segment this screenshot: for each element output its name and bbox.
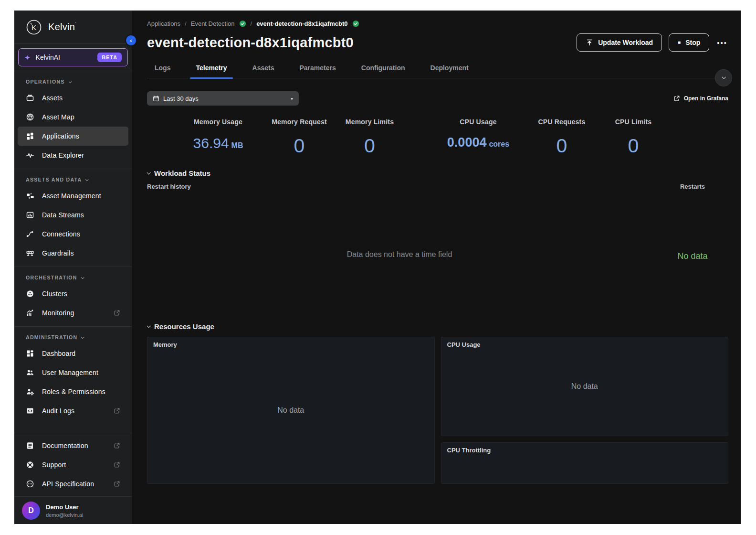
tab-deployment[interactable]: Deployment xyxy=(430,59,470,78)
brand-header[interactable]: K Kelvin˙ xyxy=(14,11,132,44)
sidebar-item-guardrails[interactable]: Guardrails xyxy=(18,244,128,263)
sidebar-footer: Documentation Support xyxy=(14,433,132,496)
restart-history-panel: Restart history Data does not have a tim… xyxy=(147,183,652,311)
sidebar-item-api-specification[interactable]: API Specification xyxy=(18,474,128,493)
sidebar-item-label: Guardrails xyxy=(42,249,74,257)
brand-name: Kelvin˙ xyxy=(48,21,77,32)
external-link-icon xyxy=(114,407,120,414)
breadcrumb-separator: / xyxy=(251,20,252,27)
user-name: Demo User xyxy=(46,503,83,511)
sidebar-item-dashboard[interactable]: Dashboard xyxy=(18,344,128,363)
stat-unit: MB xyxy=(231,141,243,150)
brand-trademark: ˙ xyxy=(75,21,77,28)
sidebar-item-clusters[interactable]: Clusters xyxy=(18,284,128,303)
sidebar-item-applications[interactable]: Applications xyxy=(18,127,128,146)
external-link-icon xyxy=(114,481,120,487)
section-header-administration[interactable]: ADMINISTRATION xyxy=(14,327,132,344)
time-range-select[interactable]: Last 30 days ▾ xyxy=(147,91,299,106)
sidebar-item-roles-permissions[interactable]: Roles & Permissions xyxy=(18,382,128,401)
stat-memory-request: Memory Request 0 xyxy=(263,118,335,156)
sidebar-item-label: Documentation xyxy=(42,442,88,449)
stat-memory-usage: Memory Usage 36.94MB xyxy=(173,118,263,150)
external-link-icon xyxy=(673,95,680,102)
section-header-operations[interactable]: OPERATIONS xyxy=(14,71,132,88)
document-icon xyxy=(26,441,34,450)
sidebar-item-label: Audit Logs xyxy=(42,407,74,415)
section-label: ADMINISTRATION xyxy=(26,334,77,340)
check-badge-icon xyxy=(352,20,359,27)
sidebar-item-kelvin-ai[interactable]: ✦ KelvinAI BETA xyxy=(18,48,128,66)
sidebar-item-label: API Specification xyxy=(42,480,94,488)
resources-usage-heading[interactable]: Resources Usage xyxy=(147,322,728,331)
stat-cpu-limits: CPU Limits 0 xyxy=(600,118,667,156)
audit-logs-icon xyxy=(26,407,34,415)
breadcrumb-applications[interactable]: Applications xyxy=(147,20,180,27)
sidebar-item-user-management[interactable]: User Management xyxy=(18,363,128,382)
stat-value: 36.94MB xyxy=(173,136,263,150)
more-icon: ••• xyxy=(717,39,727,47)
user-email: demo@kelvin.ai xyxy=(46,512,83,518)
tab-parameters[interactable]: Parameters xyxy=(298,59,336,78)
api-icon xyxy=(26,480,34,488)
resources-usage-section: Resources Usage Memory No data CPU Usage… xyxy=(147,322,728,484)
chevron-down-icon xyxy=(722,75,725,79)
section-label: ASSETS AND DATA xyxy=(26,177,82,182)
cpu-usage-panel: CPU Usage No data xyxy=(441,337,729,436)
sidebar-section-operations: OPERATIONS Assets Asset Map xyxy=(14,71,132,169)
sidebar-item-audit-logs[interactable]: Audit Logs xyxy=(18,401,128,420)
sidebar-spacer xyxy=(14,424,132,433)
stop-button[interactable]: ■ Stop xyxy=(669,33,709,52)
sidebar-item-asset-map[interactable]: Asset Map xyxy=(18,107,128,127)
check-badge-icon xyxy=(239,20,246,27)
sidebar-item-monitoring[interactable]: Monitoring xyxy=(18,303,128,322)
role-gear-icon xyxy=(26,387,34,396)
breadcrumb-app-name[interactable]: Event Detection xyxy=(191,20,235,27)
section-header-orchestration[interactable]: ORCHESTRATION xyxy=(14,267,132,284)
dashboard-icon xyxy=(26,349,34,358)
sidebar-item-documentation[interactable]: Documentation xyxy=(18,436,128,455)
sidebar-item-data-streams[interactable]: Data Streams xyxy=(18,205,128,225)
grafana-link-label: Open in Grafana xyxy=(684,95,728,102)
restarts-no-data: No data xyxy=(677,251,707,261)
more-menu-button[interactable]: ••• xyxy=(716,37,728,49)
restart-history-label: Restart history xyxy=(147,183,652,190)
avatar: D xyxy=(22,502,40,520)
sidebar-item-data-explorer[interactable]: Data Explorer xyxy=(18,146,128,165)
restarts-label: Restarts xyxy=(680,183,705,190)
stat-label: CPU Requests xyxy=(524,118,600,126)
tab-telemetry[interactable]: Telemetry xyxy=(195,59,228,78)
memory-panel-title: Memory xyxy=(153,341,429,348)
sidebar-item-support[interactable]: Support xyxy=(18,455,128,474)
section-title: Workload Status xyxy=(154,169,210,177)
stats-row: Memory Usage 36.94MB Memory Request 0 Me… xyxy=(147,118,728,156)
sidebar-item-label: Asset Map xyxy=(42,113,74,121)
tab-assets[interactable]: Assets xyxy=(252,59,275,78)
caret-down-icon: ▾ xyxy=(291,96,293,101)
update-workload-button[interactable]: Update Workload xyxy=(577,33,662,52)
chevron-down-icon xyxy=(68,80,72,83)
sidebar-section-assets-and-data: ASSETS AND DATA Asset Management D xyxy=(14,169,132,267)
tab-logs[interactable]: Logs xyxy=(154,59,171,78)
sidebar-item-asset-management[interactable]: Asset Management xyxy=(18,186,128,205)
sidebar-section-administration: ADMINISTRATION Dashboard User Mana xyxy=(14,327,132,424)
stat-value: 0 xyxy=(263,136,335,156)
sidebar-collapse-button[interactable]: ‹ xyxy=(126,35,136,45)
title-row: event-detection-d8x1iqafmcbt0 Update Wor… xyxy=(147,33,728,52)
sidebar-item-assets[interactable]: Assets xyxy=(18,88,128,107)
collapse-header-button[interactable] xyxy=(715,69,732,86)
open-in-grafana-link[interactable]: Open in Grafana xyxy=(673,95,728,102)
stat-label: CPU Limits xyxy=(600,118,667,126)
workload-status-heading[interactable]: Workload Status xyxy=(147,169,728,177)
tab-configuration[interactable]: Configuration xyxy=(360,59,406,78)
cpu-usage-panel-title: CPU Usage xyxy=(447,341,723,348)
user-menu[interactable]: D Demo User demo@kelvin.ai xyxy=(14,496,132,524)
monitoring-icon xyxy=(26,309,34,317)
sparkle-icon: ✦ xyxy=(24,54,31,61)
external-link-icon xyxy=(114,442,120,449)
section-header-assets-and-data[interactable]: ASSETS AND DATA xyxy=(14,169,132,186)
breadcrumb-workload-name[interactable]: event-detection-d8x1iqafmcbt0 xyxy=(256,20,347,27)
app-window: K Kelvin˙ ‹ ✦ KelvinAI BETA OPERATIONS xyxy=(14,11,741,524)
sidebar-item-connections[interactable]: Connections xyxy=(18,225,128,244)
stat-label: CPU Usage xyxy=(433,118,524,126)
chevron-down-icon xyxy=(147,324,150,328)
